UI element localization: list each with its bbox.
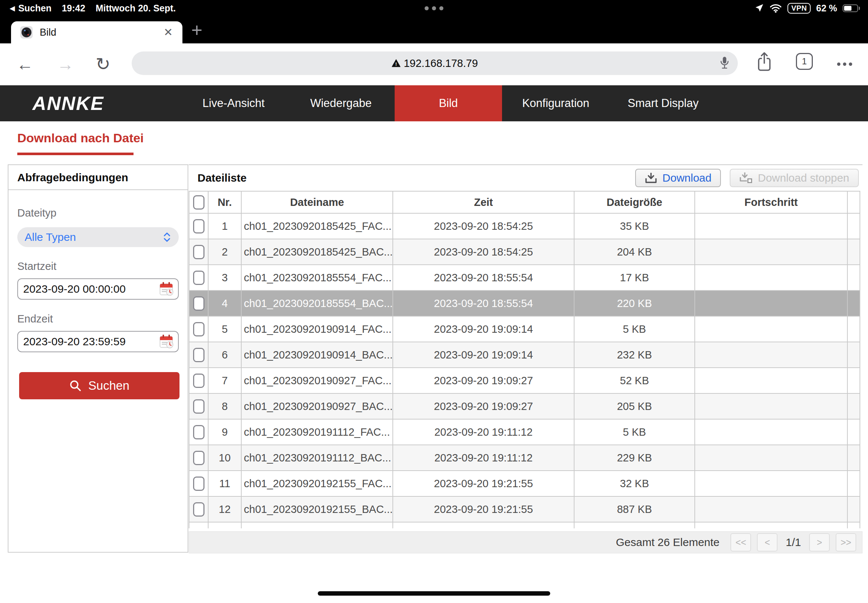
cell-size: 5 KB: [574, 316, 695, 342]
new-tab-button[interactable]: +: [191, 20, 202, 40]
total-count: Gesamt 26 Elemente: [616, 536, 719, 549]
table-row[interactable]: 12 ch01_20230920192155_BAC... 2023-09-20…: [189, 496, 860, 522]
wifi-icon: [769, 3, 782, 13]
row-checkbox[interactable]: [193, 296, 204, 311]
forward-button[interactable]: →: [57, 56, 74, 73]
table-row[interactable]: 8 ch01_20230920190927_BAC... 2023-09-20 …: [189, 393, 860, 419]
svg-text:!: !: [395, 62, 397, 67]
cell-nr: 5: [208, 316, 241, 342]
row-checkbox[interactable]: [193, 322, 204, 336]
table-row[interactable]: 9 ch01_20230920191112_FAC... 2023-09-20 …: [189, 419, 860, 445]
cell-nr: 7: [208, 368, 241, 393]
share-button[interactable]: [756, 51, 772, 74]
cell-size: 232 KB: [574, 342, 695, 368]
cell-progress: [695, 316, 847, 342]
calendar-icon[interactable]: [159, 281, 174, 297]
tabs-button[interactable]: 1: [796, 53, 813, 70]
row-checkbox[interactable]: [193, 502, 204, 516]
row-checkbox[interactable]: [193, 374, 204, 388]
row-checkbox[interactable]: [193, 245, 204, 259]
multitask-dots-icon: [425, 6, 444, 10]
table-row[interactable]: 7 ch01_20230920190927_FAC... 2023-09-20 …: [189, 368, 860, 393]
cell-nr: 3: [208, 265, 241, 291]
cell-time: 2023-09-20 19:11:12: [393, 445, 574, 471]
cell-time: 2023-09-20 18:55:54: [393, 265, 574, 291]
next-page-button[interactable]: >: [809, 533, 830, 552]
search-icon: [69, 379, 82, 392]
last-page-button[interactable]: >>: [836, 533, 856, 552]
cell-progress: [695, 291, 847, 316]
start-time-label: Startzeit: [17, 260, 179, 272]
first-page-button[interactable]: <<: [730, 533, 751, 552]
page-indicator: 1/1: [786, 536, 801, 549]
row-checkbox[interactable]: [193, 451, 204, 465]
close-tab-icon[interactable]: ✕: [164, 27, 173, 38]
row-checkbox[interactable]: [193, 476, 204, 491]
start-time-input[interactable]: 2023-09-20 00:00:00: [17, 278, 179, 300]
table-row[interactable]: 10 ch01_20230920191112_BAC... 2023-09-20…: [189, 445, 860, 471]
status-bar: ◀ Suchen 19:42 Mittwoch 20. Sept. VPN 62…: [0, 0, 868, 16]
cell-nr: 8: [208, 393, 241, 419]
mic-icon[interactable]: [719, 56, 730, 73]
nav-tab-live-ansicht[interactable]: Live-Ansicht: [180, 85, 287, 121]
cell-progress: [695, 445, 847, 471]
home-indicator[interactable]: [318, 591, 550, 596]
filelist-title: Dateiliste: [198, 172, 246, 184]
end-time-label: Endzeit: [17, 313, 179, 325]
prev-page-button[interactable]: <: [757, 533, 778, 552]
table-row[interactable]: 1 ch01_20230920185425_FAC... 2023-09-20 …: [189, 213, 860, 239]
start-time-value: 2023-09-20 00:00:00: [23, 283, 126, 295]
col-header-size: Dateigröße: [574, 191, 695, 213]
cell-time: 2023-09-20 18:55:54: [393, 291, 574, 316]
nav-tab-konfiguration[interactable]: Konfiguration: [502, 85, 610, 121]
table-row[interactable]: 6 ch01_20230920190914_BAC... 2023-09-20 …: [189, 342, 860, 368]
row-checkbox[interactable]: [193, 348, 204, 362]
cell-size: 35 KB: [574, 213, 695, 239]
back-button[interactable]: ←: [17, 56, 34, 73]
row-checkbox[interactable]: [193, 271, 204, 285]
select-all-checkbox[interactable]: [193, 195, 204, 210]
table-row[interactable]: 5 ch01_20230920190914_FAC... 2023-09-20 …: [189, 316, 860, 342]
chevron-up-down-icon: [162, 231, 172, 243]
more-menu-button[interactable]: [837, 62, 852, 66]
end-time-input[interactable]: 2023-09-20 23:59:59: [17, 331, 179, 352]
nav-tab-bild[interactable]: Bild: [395, 85, 502, 121]
page-title-text[interactable]: Download nach Datei: [17, 131, 144, 145]
cell-nr: 1: [208, 213, 241, 239]
download-stop-button[interactable]: Download stoppen: [730, 169, 859, 187]
search-button[interactable]: Suchen: [19, 372, 179, 399]
cell-progress: [695, 471, 847, 496]
calendar-icon[interactable]: [159, 334, 174, 349]
cell-size: 205 KB: [574, 393, 695, 419]
download-stop-button-label: Download stoppen: [758, 172, 849, 184]
row-checkbox[interactable]: [193, 219, 204, 233]
filetype-select[interactable]: Alle Typen: [17, 227, 179, 247]
pagination-bar: Gesamt 26 Elemente << < 1/1 > >>: [189, 531, 862, 554]
row-checkbox[interactable]: [193, 399, 204, 414]
cell-nr: 9: [208, 419, 241, 445]
table-row[interactable]: 11 ch01_20230920192155_FAC... 2023-09-20…: [189, 471, 860, 496]
cell-nr: 4: [208, 291, 241, 316]
reload-button[interactable]: ↻: [96, 56, 110, 73]
cell-filename: ch01_20230920185554_BAC...: [241, 291, 393, 316]
download-icon: [645, 172, 657, 184]
file-table: Nr. Dateiname Zeit Dateigröße Fortschrit…: [189, 191, 860, 528]
row-checkbox[interactable]: [193, 425, 204, 439]
table-row[interactable]: 2 ch01_20230920185425_BAC... 2023-09-20 …: [189, 239, 860, 265]
col-header-progress: Fortschritt: [695, 191, 847, 213]
back-app-label: Suchen: [19, 3, 51, 14]
filetype-label: Dateityp: [17, 207, 179, 219]
tab-favicon-camera-icon: [20, 26, 33, 39]
browser-tab[interactable]: Bild ✕: [11, 21, 183, 43]
nav-tab-smart-display[interactable]: Smart Display: [610, 85, 717, 121]
cell-nr: 2: [208, 239, 241, 265]
address-bar[interactable]: ! 192.168.178.79: [132, 51, 738, 75]
table-row[interactable]: 3 ch01_20230920185554_FAC... 2023-09-20 …: [189, 265, 860, 291]
table-row-selected[interactable]: 4 ch01_20230920185554_BAC... 2023-09-20 …: [189, 291, 860, 316]
download-button[interactable]: Download: [635, 169, 721, 187]
cell-filename: ch01_20230920190927_FAC...: [241, 368, 393, 393]
nav-tab-wiedergabe[interactable]: Wiedergabe: [287, 85, 395, 121]
back-to-app-button[interactable]: ◀ Suchen: [9, 3, 51, 14]
cell-filename: ch01_20230920185425_BAC...: [241, 239, 393, 265]
cell-time: 2023-09-20 19:11:12: [393, 419, 574, 445]
